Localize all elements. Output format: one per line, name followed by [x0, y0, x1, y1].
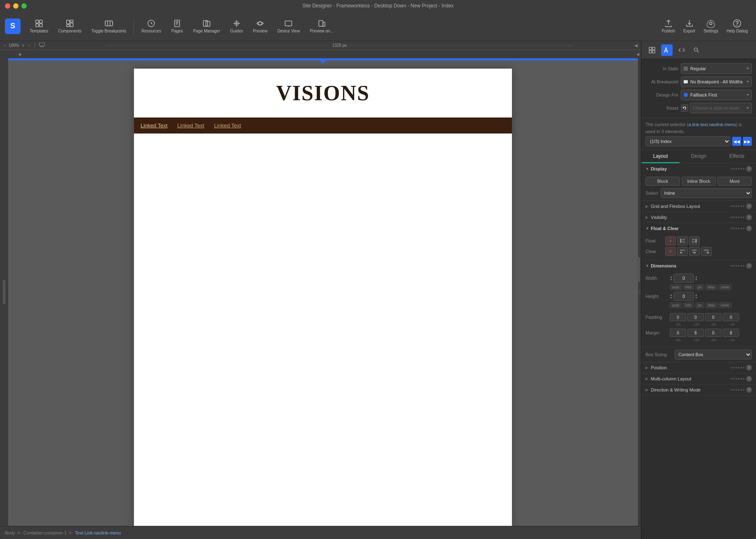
margin-right[interactable] [687, 329, 704, 337]
clear-right-btn[interactable] [701, 247, 712, 256]
nav-link-1[interactable]: Linked Text [141, 122, 168, 129]
panel-resize-handle[interactable] [638, 58, 641, 526]
breadcrumb-container[interactable]: Container.container-1 [23, 530, 67, 535]
zoom-out-icon[interactable]: − [3, 43, 6, 48]
at-breakpoint-select[interactable]: No Breakpoint - All Widths [681, 76, 752, 87]
display-section-header[interactable]: ▼ Display ? [641, 164, 756, 174]
height-auto-btn[interactable]: auto [670, 302, 682, 308]
selector-prev-btn[interactable]: ◀◀ [732, 137, 741, 146]
reset-icon-btn[interactable] [681, 104, 688, 112]
padding-left[interactable] [723, 313, 739, 321]
float-left-btn[interactable] [677, 236, 688, 245]
margin-top[interactable] [670, 329, 686, 337]
guides-button[interactable]: Guides [226, 17, 247, 36]
height-max-btn[interactable]: Max [705, 302, 717, 308]
width-min-btn[interactable]: Min [683, 284, 694, 290]
width-input[interactable] [673, 274, 694, 283]
height-px-btn[interactable]: px [695, 302, 704, 308]
width-auto-btn[interactable]: auto [670, 284, 682, 290]
device-view-button[interactable]: Device View [273, 17, 304, 36]
selector-link[interactable]: a.link-text.navlink-menu [689, 122, 736, 127]
multi-column-help[interactable]: ? [746, 376, 752, 382]
visibility-section[interactable]: ▶ Visibility ? [641, 212, 756, 223]
ruler-left-arrow[interactable]: ◀ [18, 52, 21, 56]
dimensions-header[interactable]: ▼ Dimensions ? [641, 260, 756, 271]
panel-code-icon[interactable] [676, 44, 687, 56]
direction-section[interactable]: ▶ Direction & Writing Mode ? [641, 385, 756, 396]
dimensions-help[interactable]: ? [746, 263, 752, 269]
breadcrumb-textlink[interactable]: Text Link.navlink-menu [75, 530, 121, 535]
visibility-help[interactable]: ? [746, 214, 752, 220]
selector-dropdown[interactable]: (1/3) Index [645, 136, 731, 146]
panel-style-icon[interactable] [661, 44, 673, 56]
scroll-handle[interactable] [3, 280, 5, 304]
in-state-select[interactable]: Regular [681, 63, 752, 74]
width-px-btn[interactable]: px [695, 284, 704, 290]
width-max-btn[interactable]: Max [705, 284, 717, 290]
resources-button[interactable]: Resources [137, 17, 165, 36]
width-increase[interactable]: ▲ ▼ [695, 275, 698, 281]
publish-button[interactable]: Publish [658, 16, 678, 36]
nav-link-2[interactable]: Linked Text [177, 122, 205, 129]
height-decrease[interactable]: ▲ ▼ [670, 293, 673, 299]
ruler-arrow-right[interactable]: ◀ [634, 43, 638, 48]
position-section[interactable]: ▶ Position ? [641, 362, 756, 373]
padding-right[interactable] [687, 313, 704, 321]
pages-button[interactable]: Pages [167, 17, 187, 36]
close-button[interactable] [5, 3, 10, 9]
margin-left[interactable] [723, 329, 739, 337]
canvas-scroll-area[interactable]: VISIONS Linked Text Linked Text Linked T… [8, 58, 638, 526]
float-none-btn[interactable]: × [665, 236, 676, 245]
clear-left-btn[interactable] [677, 247, 688, 256]
grid-flexbox-help[interactable]: ? [746, 203, 752, 209]
height-none-btn[interactable]: none [719, 302, 732, 308]
help-dialog-button[interactable]: Help Dialog [723, 16, 751, 36]
page-manager-button[interactable]: Page Manager [189, 17, 224, 36]
preview-on-button[interactable]: Preview on... [306, 17, 338, 36]
display-select[interactable]: Inline [661, 188, 752, 198]
float-right-btn[interactable] [689, 236, 700, 245]
panel-grid-icon[interactable] [646, 44, 658, 56]
ruler-right-arrow[interactable]: ◀ [636, 52, 639, 56]
preview-button[interactable]: Preview [249, 17, 272, 36]
float-clear-header[interactable]: ▼ Float & Clear ? [641, 223, 756, 234]
height-min-btn[interactable]: Min [683, 302, 694, 308]
padding-top[interactable] [670, 313, 686, 321]
minimize-button[interactable] [13, 3, 18, 9]
reset-select[interactable]: Choose a style to reset [690, 103, 752, 113]
height-input[interactable] [673, 292, 694, 301]
toggle-breakpoints-button[interactable]: Toggle Breakpoints [87, 17, 130, 36]
height-increase[interactable]: ▲ ▼ [695, 293, 698, 299]
selector-next-btn[interactable]: ▶▶ [743, 137, 752, 146]
float-clear-help[interactable]: ? [746, 226, 752, 231]
margin-bottom[interactable] [705, 329, 721, 337]
templates-button[interactable]: Templates [25, 17, 53, 36]
nav-link-3[interactable]: Linked Text [214, 122, 241, 129]
breadcrumb-body[interactable]: Body [5, 530, 15, 535]
padding-bottom[interactable] [705, 313, 721, 321]
export-button[interactable]: Export [680, 16, 698, 36]
zoom-in-icon[interactable]: + [22, 43, 25, 48]
tab-effects[interactable]: Effects [718, 150, 756, 163]
multi-column-section[interactable]: ▶ Multi-column Layout ? [641, 373, 756, 385]
grid-flexbox-section[interactable]: ▶ Grid and Flexbox Layout ? [641, 201, 756, 212]
direction-help[interactable]: ? [746, 387, 752, 393]
box-sizing-select[interactable]: Content Box [675, 350, 752, 359]
clear-none-btn[interactable]: × [665, 247, 676, 256]
right-scroll-handle[interactable] [637, 257, 638, 282]
display-block-btn[interactable]: Block [645, 177, 680, 186]
design-for-select[interactable]: Fallback First [681, 90, 752, 100]
position-help[interactable]: ? [746, 365, 752, 371]
display-more-btn[interactable]: More [717, 177, 752, 186]
width-decrease[interactable]: ▲ ▼ [670, 275, 673, 281]
width-none-btn[interactable]: none [719, 284, 732, 290]
tab-design[interactable]: Design [680, 150, 718, 163]
settings-button[interactable]: Settings [700, 16, 721, 36]
clear-both-btn[interactable] [689, 247, 700, 256]
zoom-reset-icon[interactable]: ○ [28, 43, 30, 48]
tab-layout[interactable]: Layout [641, 150, 680, 163]
panel-search-icon[interactable] [691, 44, 702, 56]
display-help[interactable]: ? [746, 166, 752, 172]
display-inline-block-btn[interactable]: Inline Block [682, 177, 716, 186]
maximize-button[interactable] [21, 3, 27, 9]
